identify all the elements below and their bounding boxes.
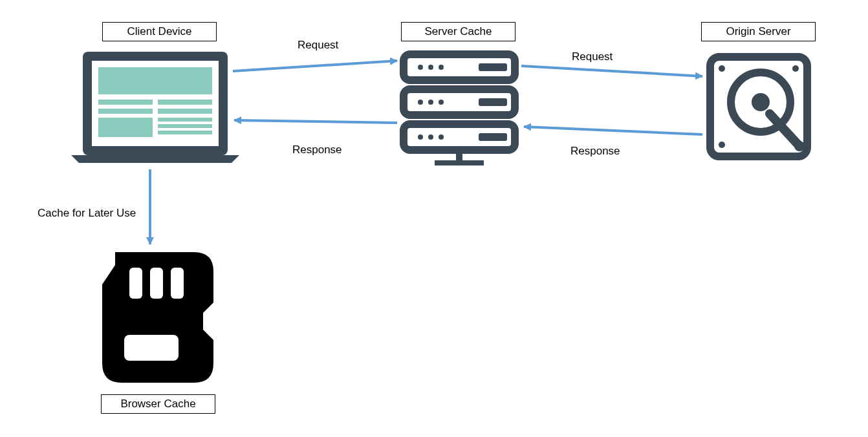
label-response-2: Response	[570, 145, 620, 158]
svg-point-13	[428, 65, 433, 70]
svg-rect-20	[479, 98, 507, 106]
svg-rect-8	[158, 118, 212, 122]
svg-point-12	[418, 65, 423, 70]
svg-rect-9	[158, 124, 212, 128]
svg-rect-37	[171, 268, 184, 299]
svg-rect-1	[92, 61, 219, 146]
svg-point-29	[731, 72, 790, 132]
svg-rect-25	[479, 133, 507, 141]
laptop-icon	[71, 52, 239, 163]
svg-rect-16	[404, 89, 515, 115]
label-response-1: Response	[292, 144, 342, 156]
label-origin-server: Origin Server	[701, 22, 816, 41]
label-cache-later: Cache for Later Use	[38, 207, 136, 220]
svg-rect-2	[98, 67, 212, 94]
svg-rect-4	[158, 100, 212, 105]
svg-point-18	[428, 100, 433, 105]
svg-point-30	[752, 93, 770, 111]
svg-rect-10	[158, 131, 212, 134]
hard-disk-icon	[710, 57, 807, 156]
svg-point-34	[719, 142, 725, 148]
sd-card-icon	[102, 252, 213, 383]
svg-rect-3	[98, 100, 153, 105]
label-request-2: Request	[572, 50, 613, 63]
svg-point-19	[439, 100, 444, 105]
svg-point-24	[439, 134, 444, 140]
svg-rect-15	[479, 63, 507, 71]
server-stack-icon	[404, 54, 515, 163]
label-browser-cache: Browser Cache	[101, 394, 215, 414]
label-client-device: Client Device	[102, 22, 217, 41]
svg-point-14	[439, 65, 444, 70]
svg-point-22	[418, 134, 423, 140]
svg-rect-21	[404, 124, 515, 150]
svg-rect-11	[404, 54, 515, 80]
label-server-cache: Server Cache	[401, 22, 515, 41]
svg-point-33	[792, 65, 799, 72]
svg-point-32	[719, 65, 725, 72]
svg-point-17	[418, 100, 423, 105]
svg-rect-7	[98, 118, 153, 137]
svg-rect-6	[158, 109, 212, 114]
label-request-1: Request	[298, 39, 338, 52]
arrow-server-to-client	[234, 120, 397, 123]
arrow-server-to-origin	[521, 66, 702, 76]
svg-rect-28	[710, 57, 807, 156]
arrow-client-to-server	[233, 61, 397, 71]
svg-rect-35	[129, 268, 142, 299]
arrow-origin-to-server	[524, 127, 702, 134]
svg-rect-0	[83, 52, 228, 155]
svg-point-23	[428, 134, 433, 140]
svg-rect-38	[124, 335, 179, 361]
svg-point-31	[794, 141, 805, 151]
svg-rect-5	[98, 109, 153, 114]
svg-rect-36	[150, 268, 163, 299]
